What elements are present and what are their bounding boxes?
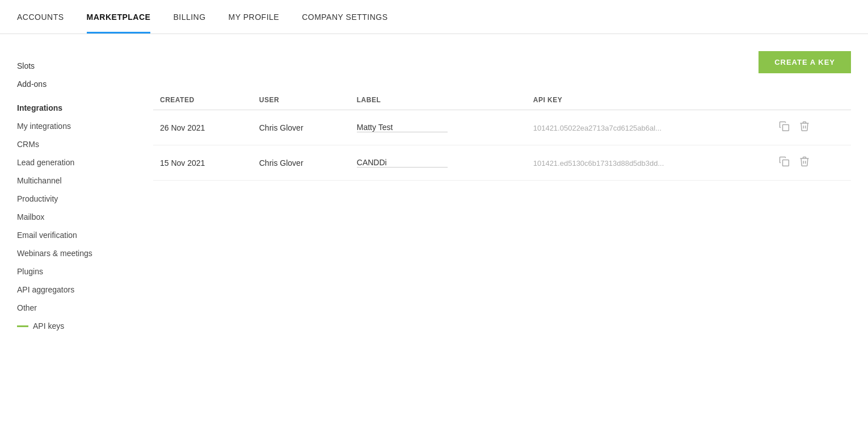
cell-api-key-1: 101421.05022ea2713a7cd6125ab6al... — [526, 110, 770, 145]
nav-item-my-profile[interactable]: MY PROFILE — [229, 1, 280, 33]
copy-key-button-2[interactable] — [777, 154, 791, 171]
delete-key-button-2[interactable] — [798, 154, 811, 171]
sidebar-item-integrations[interactable]: Integrations — [17, 99, 130, 117]
svg-rect-1 — [783, 160, 789, 166]
label-input-1[interactable] — [357, 123, 448, 132]
sidebar-item-slots[interactable]: Slots — [17, 57, 130, 75]
sidebar-item-mailbox[interactable]: Mailbox — [17, 208, 130, 226]
delete-icon — [799, 156, 810, 167]
cell-created-1: 26 Nov 2021 — [153, 110, 252, 145]
action-row: CREATE A KEY — [153, 51, 851, 73]
sidebar-item-api-aggregators[interactable]: API aggregators — [17, 281, 130, 299]
main-container: Slots Add-ons Integrations My integratio… — [0, 34, 868, 352]
col-header-api-key: API KEY — [526, 90, 770, 110]
api-key-value-1: 101421.05022ea2713a7cd6125ab6al... — [533, 124, 661, 132]
nav-item-marketplace[interactable]: MARKETPLACE — [87, 1, 151, 33]
sidebar-item-crms[interactable]: CRMs — [17, 135, 130, 153]
top-navigation: ACCOUNTS MARKETPLACE BILLING MY PROFILE … — [0, 0, 868, 34]
cell-user-1: Chris Glover — [252, 110, 350, 145]
sidebar-item-plugins[interactable]: Plugins — [17, 262, 130, 281]
svg-rect-0 — [783, 125, 789, 131]
sidebar-item-add-ons[interactable]: Add-ons — [17, 75, 130, 93]
cell-label-2[interactable] — [350, 145, 526, 181]
sidebar-item-lead-generation[interactable]: Lead generation — [17, 153, 130, 172]
sidebar-item-multichannel[interactable]: Multichannel — [17, 172, 130, 190]
api-keys-table: CREATED USER LABEL API KEY 26 Nov 2021 C… — [153, 90, 851, 181]
label-input-2[interactable] — [357, 158, 448, 168]
sidebar: Slots Add-ons Integrations My integratio… — [17, 51, 130, 335]
cell-actions-1 — [770, 110, 851, 145]
sidebar-item-webinars-meetings[interactable]: Webinars & meetings — [17, 244, 130, 262]
table-row: 15 Nov 2021 Chris Glover 101421.ed5130c6… — [153, 145, 851, 181]
table-header-row: CREATED USER LABEL API KEY — [153, 90, 851, 110]
copy-key-button-1[interactable] — [777, 119, 791, 136]
copy-icon — [778, 156, 790, 167]
cell-api-key-2: 101421.ed5130c6b17313d88d5db3dd... — [526, 145, 770, 181]
nav-item-company-settings[interactable]: COMPANY SETTINGS — [302, 1, 387, 33]
sidebar-item-email-verification[interactable]: Email verification — [17, 226, 130, 244]
delete-icon — [799, 120, 810, 132]
cell-user-2: Chris Glover — [252, 145, 350, 181]
copy-icon — [778, 120, 790, 132]
api-key-value-2: 101421.ed5130c6b17313d88d5db3dd... — [533, 159, 664, 168]
sidebar-item-other[interactable]: Other — [17, 299, 130, 317]
table-row: 26 Nov 2021 Chris Glover 101421.05022ea2… — [153, 110, 851, 145]
action-icons-1 — [777, 119, 844, 136]
delete-key-button-1[interactable] — [798, 119, 811, 136]
col-header-actions — [770, 90, 851, 110]
nav-item-billing[interactable]: BILLING — [173, 1, 205, 33]
create-key-button[interactable]: CREATE A KEY — [759, 51, 851, 73]
content-area: CREATE A KEY CREATED USER LABEL API KEY … — [130, 51, 851, 335]
cell-created-2: 15 Nov 2021 — [153, 145, 252, 181]
col-header-created: CREATED — [153, 90, 252, 110]
col-header-label: LABEL — [350, 90, 526, 110]
sidebar-item-my-integrations[interactable]: My integrations — [17, 117, 130, 135]
cell-actions-2 — [770, 145, 851, 181]
sidebar-item-productivity[interactable]: Productivity — [17, 190, 130, 208]
sidebar-item-api-keys[interactable]: API keys — [17, 317, 130, 335]
col-header-user: USER — [252, 90, 350, 110]
action-icons-2 — [777, 154, 844, 171]
nav-item-accounts[interactable]: ACCOUNTS — [17, 1, 64, 33]
cell-label-1[interactable] — [350, 110, 526, 145]
